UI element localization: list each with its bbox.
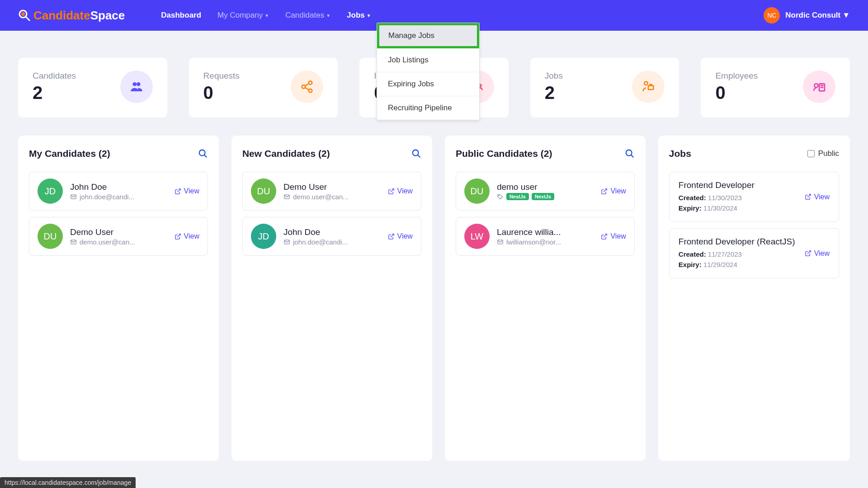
panel-title: Jobs [669, 148, 691, 159]
external-link-icon [388, 188, 395, 195]
svg-point-12 [645, 82, 648, 85]
svg-line-35 [604, 234, 607, 237]
svg-line-23 [177, 234, 180, 237]
chevron-down-icon: ▼ [367, 13, 371, 18]
external-link-icon [601, 233, 608, 240]
avatar: JD [38, 178, 63, 204]
candidate-name: Demo User [70, 227, 167, 237]
candidate-tags: NestJs NextJs [497, 193, 594, 200]
avatar: DU [464, 178, 490, 204]
job-title: Frontend Developer (ReactJS) [679, 237, 805, 247]
external-link-icon [601, 188, 608, 195]
dropdown-item-recruiting-pipeline[interactable]: Recruiting Pipeline [377, 96, 479, 120]
svg-point-6 [302, 85, 306, 89]
id-card-icon [803, 70, 835, 103]
stat-employees[interactable]: Employees 0 [701, 58, 850, 117]
svg-point-24 [413, 150, 419, 156]
nav-candidates[interactable]: Candidates ▼ [285, 11, 330, 20]
nav-dashboard[interactable]: Dashboard [161, 11, 201, 20]
chevron-down-icon: ▼ [264, 13, 269, 18]
view-link[interactable]: View [388, 232, 413, 240]
svg-line-31 [631, 155, 634, 158]
mail-icon [70, 193, 77, 200]
svg-point-2 [21, 12, 25, 16]
nav-my-company-label: My Company [217, 11, 263, 20]
svg-point-7 [309, 89, 312, 93]
view-link[interactable]: View [175, 232, 199, 240]
search-icon[interactable] [198, 149, 208, 159]
tag-icon [497, 193, 504, 200]
svg-line-9 [305, 88, 309, 90]
tag-badge: NextJs [532, 193, 554, 200]
job-meta: Created: 11/27/2023 Expiry: 11/29/2024 [679, 249, 805, 270]
search-icon[interactable] [625, 149, 635, 159]
briefcase-icon [632, 70, 665, 103]
svg-line-27 [391, 188, 394, 192]
avatar: LW [464, 224, 490, 249]
view-link[interactable]: View [805, 193, 830, 201]
candidate-email: demo.user@can... [70, 238, 167, 246]
view-link[interactable]: View [601, 187, 626, 195]
public-toggle[interactable]: Public [807, 149, 839, 158]
external-link-icon [175, 233, 181, 240]
candidate-email: lwilliamson@nor... [497, 238, 594, 246]
candidate-card: DU Demo User demo.user@can... View [242, 172, 421, 211]
avatar: JD [251, 224, 276, 249]
candidate-card: JD John Doe john.doe@candi... View [29, 172, 208, 211]
user-menu[interactable]: NC Nordic Consult ▼ [764, 7, 850, 23]
dropdown-item-expiring-jobs[interactable]: Expiring Jobs [377, 72, 479, 96]
candidate-card: JD John Doe john.doe@candi... View [242, 217, 421, 256]
mail-icon [497, 239, 504, 245]
dropdown-item-job-listings[interactable]: Job Listings [377, 48, 479, 72]
job-card: Frontend Developer (ReactJS) Created: 11… [669, 228, 839, 278]
mail-icon [283, 193, 290, 200]
users-icon [120, 70, 153, 103]
search-icon[interactable] [411, 149, 421, 159]
public-checkbox[interactable] [807, 150, 815, 157]
candidate-name: John Doe [70, 182, 167, 192]
stat-jobs[interactable]: Jobs 2 [530, 58, 679, 117]
view-link[interactable]: View [175, 187, 199, 195]
external-link-icon [388, 233, 395, 240]
status-bar-url: https://local.candidatespace.com/job/man… [0, 477, 136, 488]
chevron-down-icon: ▼ [842, 11, 850, 20]
svg-point-5 [309, 81, 312, 85]
public-label: Public [818, 149, 839, 158]
stat-label: Employees [715, 71, 758, 81]
candidate-card: LW Laurence willia... lwilliamson@nor...… [456, 217, 635, 256]
svg-point-30 [626, 150, 632, 156]
candidate-name: demo user [497, 182, 594, 192]
svg-line-8 [305, 84, 309, 86]
user-name: Nordic Consult ▼ [785, 11, 850, 20]
view-link[interactable]: View [805, 249, 830, 258]
panel-public-candidates: Public Candidates (2) DU demo user NestJ… [445, 136, 646, 461]
svg-line-1 [26, 17, 29, 20]
share-icon [291, 70, 323, 103]
job-card: Frontend Developer Created: 11/30/2023 E… [669, 172, 839, 222]
svg-line-33 [604, 188, 607, 192]
svg-line-29 [391, 234, 394, 237]
stat-candidates[interactable]: Candidates 2 [18, 58, 167, 117]
stat-value: 0 [203, 83, 240, 103]
stat-requests[interactable]: Requests 0 [189, 58, 338, 117]
logo-icon [18, 9, 31, 22]
view-link[interactable]: View [601, 232, 626, 240]
nav-jobs[interactable]: Jobs ▼ [347, 11, 371, 20]
avatar: DU [38, 224, 63, 249]
main-row: My Candidates (2) JD John Doe john.doe@c… [0, 117, 868, 461]
external-link-icon [805, 250, 811, 257]
logo[interactable]: CandidateSpace [18, 9, 125, 23]
svg-point-14 [814, 84, 818, 87]
panel-my-candidates: My Candidates (2) JD John Doe john.doe@c… [18, 136, 219, 461]
candidate-name: Laurence willia... [497, 227, 594, 237]
stat-label: Candidates [33, 71, 76, 81]
svg-line-37 [807, 251, 811, 254]
nav-my-company[interactable]: My Company ▼ [217, 11, 269, 20]
dropdown-item-manage-jobs[interactable]: Manage Jobs [377, 23, 479, 48]
view-link[interactable]: View [388, 187, 413, 195]
avatar: DU [251, 178, 276, 204]
chevron-down-icon: ▼ [326, 13, 330, 18]
svg-line-25 [418, 155, 420, 158]
nav-jobs-label: Jobs [347, 11, 365, 20]
candidate-card: DU Demo User demo.user@can... View [29, 217, 208, 256]
